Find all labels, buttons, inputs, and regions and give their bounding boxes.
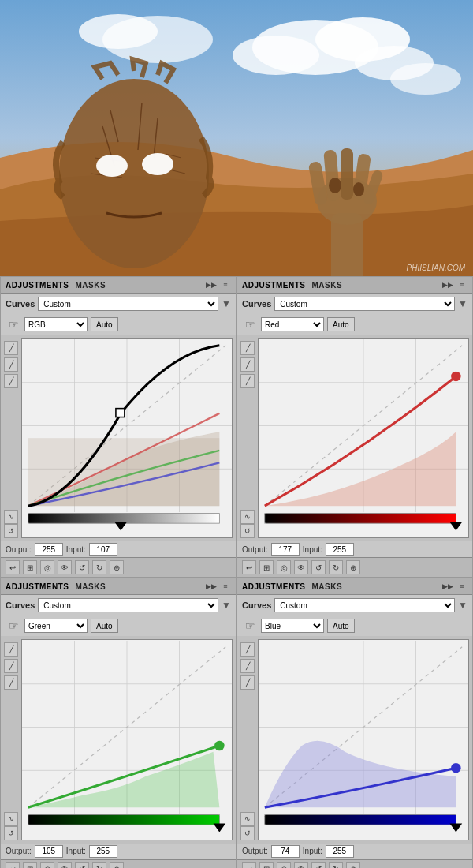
hand-tool-icon-2[interactable]: ☞ <box>242 316 258 332</box>
tb-grid-3[interactable]: ⊞ <box>23 862 37 868</box>
eyedropper-gray-1[interactable]: ╱ <box>4 357 18 372</box>
input-value-2[interactable] <box>326 543 354 556</box>
curve-toggle-3[interactable]: ∿ <box>4 812 18 826</box>
tb-redo-3[interactable]: ↻ <box>92 862 106 868</box>
tb-grid-4[interactable]: ⊞ <box>259 862 274 868</box>
curves-preset-1[interactable]: Custom <box>38 297 218 311</box>
curve-canvas-2[interactable] <box>258 338 469 538</box>
tb-circle-4[interactable]: ◎ <box>277 862 291 868</box>
panel-menu-icon-2[interactable]: ▶▶ <box>442 279 453 290</box>
tab-masks-1[interactable]: MASKS <box>76 281 106 290</box>
eyedropper-gray-4[interactable]: ╱ <box>240 659 255 673</box>
hand-tool-icon-4[interactable]: ☞ <box>242 618 258 634</box>
input-value-4[interactable] <box>326 845 354 858</box>
panel-collapse-icon-4[interactable]: ≡ <box>456 581 467 592</box>
output-value-2[interactable] <box>271 543 300 556</box>
channel-row-3: ☞ Green Auto <box>1 615 236 636</box>
tb-back-2[interactable]: ↩ <box>242 560 256 574</box>
tb-redo-2[interactable]: ↻ <box>329 560 343 574</box>
curves-row-4: Curves Custom ▼ <box>237 595 472 615</box>
tb-eye-3[interactable]: 👁 <box>58 862 72 868</box>
curve-toggle-4[interactable]: ∿ <box>240 812 255 826</box>
tb-undo-3[interactable]: ↺ <box>75 862 89 868</box>
reset-btn-3[interactable]: ↺ <box>4 826 18 840</box>
output-value-3[interactable] <box>35 845 63 858</box>
eyedropper-white-4[interactable]: ╱ <box>240 675 255 690</box>
hand-tool-icon-1[interactable]: ☞ <box>6 316 21 332</box>
panel-menu-icon-3[interactable]: ▶▶ <box>206 581 217 592</box>
tb-undo-2[interactable]: ↺ <box>311 560 326 574</box>
tb-plus-2[interactable]: ⊕ <box>346 560 360 574</box>
eyedropper-black-3[interactable]: ╱ <box>4 642 18 657</box>
tb-plus-3[interactable]: ⊕ <box>110 862 124 868</box>
tb-back-3[interactable]: ↩ <box>6 862 20 868</box>
eyedropper-gray-3[interactable]: ╱ <box>4 659 18 673</box>
tb-circle-2[interactable]: ◎ <box>277 560 291 574</box>
bottom-toolbar-3: ↩ ⊞ ◎ 👁 ↺ ↻ ⊕ <box>1 859 236 868</box>
tab-adjustments-3[interactable]: ADJUSTMENTS <box>6 582 69 591</box>
tb-circle-3[interactable]: ◎ <box>40 862 54 868</box>
auto-button-2[interactable]: Auto <box>327 317 355 331</box>
tb-grid-1[interactable]: ⊞ <box>23 560 37 574</box>
tb-plus-1[interactable]: ⊕ <box>110 560 124 574</box>
tab-adjustments-1[interactable]: ADJUSTMENTS <box>6 281 69 290</box>
tb-redo-1[interactable]: ↻ <box>92 560 106 574</box>
panel-collapse-icon-2[interactable]: ≡ <box>456 279 467 290</box>
eyedropper-white-2[interactable]: ╱ <box>240 374 255 388</box>
curves-preset-4[interactable]: Custom <box>274 598 455 612</box>
curves-row-1: Curves Custom ▼ <box>1 294 236 314</box>
tab-adjustments-4[interactable]: ADJUSTMENTS <box>242 582 306 591</box>
curves-preset-3[interactable]: Custom <box>38 598 218 612</box>
auto-button-1[interactable]: Auto <box>91 317 118 331</box>
curve-canvas-4[interactable] <box>258 639 469 840</box>
tb-circle-1[interactable]: ◎ <box>40 560 54 574</box>
eyedropper-black-2[interactable]: ╱ <box>240 341 255 355</box>
channel-row-4: ☞ Blue Auto <box>237 615 472 636</box>
channel-select-3[interactable]: Green <box>24 619 88 633</box>
output-value-1[interactable] <box>35 543 63 556</box>
tb-eye-1[interactable]: 👁 <box>58 560 72 574</box>
channel-select-2[interactable]: Red <box>261 317 324 331</box>
svg-point-50 <box>214 741 225 751</box>
tb-plus-4[interactable]: ⊕ <box>346 862 360 868</box>
reset-btn-2[interactable]: ↺ <box>240 524 255 538</box>
auto-button-4[interactable]: Auto <box>327 619 355 633</box>
tab-masks-2[interactable]: MASKS <box>312 281 343 290</box>
output-value-4[interactable] <box>271 845 300 858</box>
reset-btn-1[interactable]: ↺ <box>4 524 18 538</box>
tb-eye-2[interactable]: 👁 <box>294 560 308 574</box>
hand-tool-icon-3[interactable]: ☞ <box>6 618 21 634</box>
curve-canvas-3[interactable] <box>21 639 233 840</box>
panel-menu-icon-1[interactable]: ▶▶ <box>206 279 217 290</box>
eyedropper-black-1[interactable]: ╱ <box>4 341 18 355</box>
tb-back-4[interactable]: ↩ <box>242 862 256 868</box>
input-value-1[interactable] <box>89 543 117 556</box>
auto-button-3[interactable]: Auto <box>91 619 118 633</box>
eyedropper-white-3[interactable]: ╱ <box>4 675 18 690</box>
eyedropper-white-1[interactable]: ╱ <box>4 374 18 388</box>
tb-undo-4[interactable]: ↺ <box>311 862 326 868</box>
panel-rgb-header: ADJUSTMENTS MASKS ▶▶ ≡ <box>1 277 236 294</box>
input-value-3[interactable] <box>89 845 117 858</box>
tab-masks-3[interactable]: MASKS <box>76 582 106 591</box>
eyedropper-gray-2[interactable]: ╱ <box>240 357 255 372</box>
curve-toggle-1[interactable]: ∿ <box>4 510 18 524</box>
svg-rect-40 <box>265 514 456 524</box>
eyedropper-black-4[interactable]: ╱ <box>240 642 255 657</box>
curves-preset-2[interactable]: Custom <box>274 297 455 311</box>
tab-adjustments-2[interactable]: ADJUSTMENTS <box>242 281 306 290</box>
reset-btn-4[interactable]: ↺ <box>240 826 255 840</box>
panel-collapse-icon-1[interactable]: ≡ <box>220 279 231 290</box>
tb-grid-2[interactable]: ⊞ <box>259 560 274 574</box>
channel-select-1[interactable]: RGB <box>24 317 88 331</box>
panel-menu-icon-4[interactable]: ▶▶ <box>442 581 453 592</box>
curve-toggle-2[interactable]: ∿ <box>240 510 255 524</box>
tb-eye-4[interactable]: 👁 <box>294 862 308 868</box>
curve-canvas-1[interactable] <box>21 338 233 538</box>
tab-masks-4[interactable]: MASKS <box>312 582 343 591</box>
tb-redo-4[interactable]: ↻ <box>329 862 343 868</box>
channel-select-4[interactable]: Blue <box>261 619 324 633</box>
tb-back-1[interactable]: ↩ <box>6 560 20 574</box>
panel-collapse-icon-3[interactable]: ≡ <box>220 581 231 592</box>
tb-undo-1[interactable]: ↺ <box>75 560 89 574</box>
